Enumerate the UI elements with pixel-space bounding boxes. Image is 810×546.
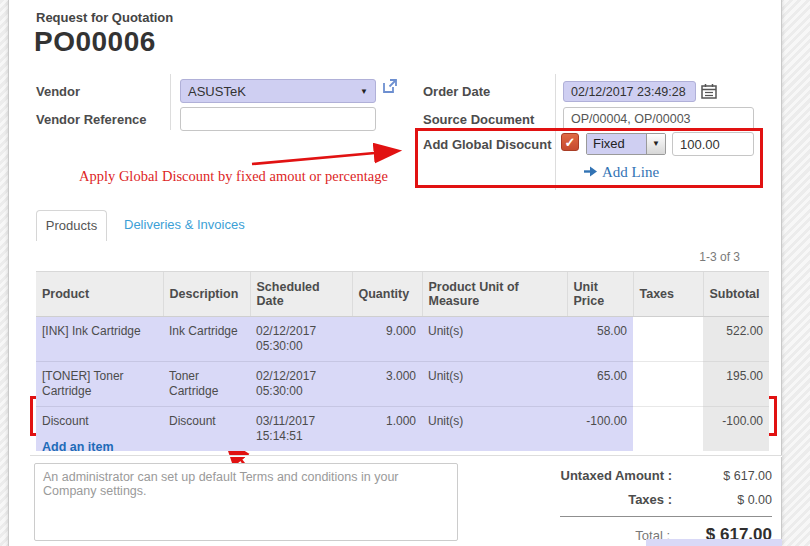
- table-row[interactable]: [INK] Ink CartridgeInk Cartridge02/12/20…: [36, 317, 769, 362]
- arrow-right-icon: [584, 164, 597, 181]
- cell-subtotal[interactable]: 522.00: [703, 317, 769, 362]
- taxes-label: Taxes :: [522, 492, 672, 507]
- cell-taxes[interactable]: [633, 362, 703, 407]
- cell-description[interactable]: Discount: [163, 407, 250, 452]
- pager: 1-3 of 3: [600, 250, 740, 264]
- page-title: PO00006: [34, 26, 156, 58]
- cell-quantity[interactable]: 1.000: [352, 407, 422, 452]
- vendor-label: Vendor: [36, 84, 80, 99]
- section-divider: [30, 455, 782, 457]
- untaxed-amount-value: $ 617.00: [672, 469, 772, 483]
- cell-unit-price[interactable]: -100.00: [567, 407, 633, 452]
- cell-description[interactable]: Ink Cartridge: [163, 317, 250, 362]
- source-document-value: OP/00004, OP/00003: [571, 112, 691, 126]
- table-row[interactable]: DiscountDiscount03/11/2017 15:14:511.000…: [36, 407, 769, 452]
- tab-deliveries-invoices[interactable]: Deliveries & Invoices: [124, 217, 245, 232]
- cell-taxes[interactable]: [633, 407, 703, 452]
- table-header-row: ProductDescriptionScheduled DateQuantity…: [36, 272, 769, 317]
- source-document-label: Source Document: [423, 112, 534, 127]
- chevron-down-icon: ▼: [646, 134, 665, 154]
- cell-uom[interactable]: Unit(s): [422, 362, 567, 407]
- chevron-down-icon: ▼: [360, 87, 368, 96]
- highlighted-total-strip: [646, 539, 782, 546]
- global-discount-checkbox[interactable]: ✓: [561, 133, 579, 151]
- cell-unit-price[interactable]: 65.00: [567, 362, 633, 407]
- discount-amount-input[interactable]: 100.00: [672, 132, 754, 156]
- form-left-separator: [170, 74, 171, 130]
- checkmark-icon: ✓: [565, 135, 576, 150]
- cell-subtotal[interactable]: 195.00: [703, 362, 769, 407]
- add-an-item-link[interactable]: Add an item: [42, 440, 114, 454]
- cell-quantity[interactable]: 3.000: [352, 362, 422, 407]
- column-header-subtotal[interactable]: Subtotal: [703, 272, 769, 317]
- totals-divider: [560, 516, 772, 517]
- column-header-product[interactable]: Product: [36, 272, 163, 317]
- tab-products[interactable]: Products: [36, 210, 107, 241]
- source-document-input[interactable]: OP/00004, OP/00003: [563, 107, 754, 131]
- add-line-link[interactable]: Add Line: [584, 164, 659, 181]
- untaxed-amount-label: Untaxed Amount :: [522, 468, 672, 483]
- vendor-value: ASUSTeK: [188, 84, 246, 99]
- cell-product[interactable]: [INK] Ink Cartridge: [36, 317, 163, 362]
- discount-type-value: Fixed: [587, 134, 646, 154]
- cell-uom[interactable]: Unit(s): [422, 317, 567, 362]
- cell-scheduled-date[interactable]: 02/12/2017 05:30:00: [250, 362, 352, 407]
- order-lines-table: ProductDescriptionScheduled DateQuantity…: [36, 271, 769, 451]
- vendor-select[interactable]: ASUSTeK ▼: [180, 79, 376, 103]
- order-date-label: Order Date: [423, 84, 490, 99]
- order-date-input[interactable]: 02/12/2017 23:49:28: [563, 81, 696, 102]
- column-header-taxes[interactable]: Taxes: [633, 272, 703, 317]
- calendar-icon[interactable]: [701, 83, 717, 99]
- cell-subtotal[interactable]: -100.00: [703, 407, 769, 452]
- add-line-label: Add Line: [602, 164, 659, 181]
- doc-type-label: Request for Quotation: [36, 10, 173, 25]
- form-right-separator: [555, 74, 556, 190]
- global-discount-label: Add Global Disocunt: [423, 137, 552, 152]
- cell-scheduled-date[interactable]: 03/11/2017 15:14:51: [250, 407, 352, 452]
- column-header-scheduled-date[interactable]: Scheduled Date: [250, 272, 352, 317]
- terms-conditions-textarea[interactable]: An administrator can set up default Term…: [34, 463, 458, 541]
- column-header-description[interactable]: Description: [163, 272, 250, 317]
- annotation-global-discount-text: Apply Global Discount by fixed amout or …: [79, 168, 388, 185]
- vendor-reference-label: Vendor Reference: [36, 112, 147, 127]
- taxes-value: $ 0.00: [672, 493, 772, 507]
- order-date-value: 02/12/2017 23:49:28: [571, 85, 686, 99]
- discount-type-select[interactable]: Fixed ▼: [586, 133, 666, 155]
- cell-product[interactable]: [TONER] Toner Cartridge: [36, 362, 163, 407]
- vendor-reference-input[interactable]: [180, 107, 376, 131]
- cell-quantity[interactable]: 9.000: [352, 317, 422, 362]
- cell-description[interactable]: Toner Cartridge: [163, 362, 250, 407]
- column-header-quantity[interactable]: Quantity: [352, 272, 422, 317]
- external-link-icon[interactable]: [381, 77, 399, 95]
- cell-unit-price[interactable]: 58.00: [567, 317, 633, 362]
- table-row[interactable]: [TONER] Toner CartridgeToner Cartridge02…: [36, 362, 769, 407]
- discount-amount-value: 100.00: [680, 137, 720, 152]
- cell-taxes[interactable]: [633, 317, 703, 362]
- column-header-product-unit-of-measure[interactable]: Product Unit of Measure: [422, 272, 567, 317]
- cell-uom[interactable]: Unit(s): [422, 407, 567, 452]
- totals-panel: Untaxed Amount : $ 617.00 Taxes : $ 0.00…: [520, 468, 772, 546]
- cell-scheduled-date[interactable]: 02/12/2017 05:30:00: [250, 317, 352, 362]
- column-header-unit-price[interactable]: Unit Price: [567, 272, 633, 317]
